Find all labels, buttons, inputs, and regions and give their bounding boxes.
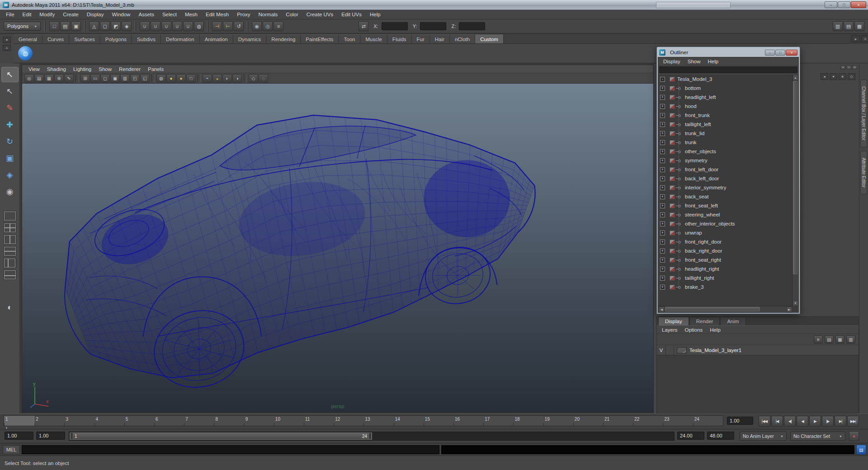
toggle-channel-box-icon[interactable]: ▦ xyxy=(854,21,864,31)
layer-playback-toggle[interactable] xyxy=(666,345,674,355)
shelf-tab-hair[interactable]: Hair xyxy=(430,34,450,43)
expander-icon[interactable]: + xyxy=(660,249,665,254)
range-slider-track[interactable]: 1 24 xyxy=(69,432,675,441)
layer-tab-anim[interactable]: Anim xyxy=(720,317,745,325)
shelf-tab-custom[interactable]: Custom xyxy=(475,34,504,43)
timeline-frame-14[interactable]: 14 xyxy=(394,416,424,426)
two-pane-stacked-layout-icon[interactable] xyxy=(4,246,16,256)
input-connections-icon[interactable]: ⊣ xyxy=(212,21,222,31)
step-back-frame-button[interactable]: |◀ xyxy=(771,416,783,427)
flat-shade-icon[interactable]: ● xyxy=(176,74,186,83)
shelf-tab-ncloth[interactable]: nCloth xyxy=(450,34,475,43)
side-tab-channel-box-layer-editor[interactable]: Channel Box / Layer Editor xyxy=(860,80,867,147)
menu-help[interactable]: Help xyxy=(366,10,385,19)
range-slider-bar[interactable]: 1 24 xyxy=(70,432,372,440)
outliner-vertical-scrollbar[interactable]: ▲ ▼ xyxy=(792,75,798,306)
layer-name[interactable]: Tesla_Model_3_layer1 xyxy=(689,348,741,353)
minimize-button[interactable]: – xyxy=(825,1,837,8)
shelf-menu-icon[interactable]: ≡ xyxy=(3,45,11,51)
menu-assets[interactable]: Assets xyxy=(134,10,158,19)
expander-icon[interactable]: + xyxy=(660,276,665,281)
timeline-frame-15[interactable]: 15 xyxy=(424,416,453,426)
y-coordinate-input[interactable] xyxy=(420,22,446,30)
maximize-button[interactable]: □ xyxy=(838,1,850,8)
isolate-select-icon[interactable]: ◌ xyxy=(259,74,268,83)
menu-create-uvs[interactable]: Create UVs xyxy=(302,10,337,19)
expander-icon[interactable]: + xyxy=(660,149,665,154)
toggle-attribute-editor-icon[interactable]: ▥ xyxy=(833,21,843,31)
timeline-frame-18[interactable]: 18 xyxy=(513,416,543,426)
close-button[interactable]: × xyxy=(786,50,797,56)
panel-menu-view[interactable]: View xyxy=(25,65,43,73)
four-pane-layout-icon[interactable] xyxy=(4,223,16,233)
anim-layer-selector[interactable]: No Anim Layer ▼ xyxy=(740,432,787,441)
custom-shelf-sphere-icon[interactable]: ◍ xyxy=(18,46,33,61)
smooth-shade-icon[interactable]: ● xyxy=(166,74,176,83)
render-current-frame-icon[interactable]: ◉ xyxy=(252,21,262,31)
expander-icon[interactable]: + xyxy=(660,212,665,217)
channel-medium-speed-icon[interactable]: ▾ xyxy=(830,73,837,80)
gate-mask-icon[interactable]: ▣ xyxy=(110,74,120,83)
timeline-frame-6[interactable]: 6 xyxy=(154,416,184,426)
layer-sort-icon[interactable]: ≡ xyxy=(814,335,823,343)
timeline-frame-3[interactable]: 3 xyxy=(64,416,94,426)
shelf-tab-polygons[interactable]: Polygons xyxy=(100,34,132,43)
layer-color-swatch[interactable] xyxy=(677,347,687,353)
shelf-tab-fluids[interactable]: Fluids xyxy=(387,34,412,43)
panel-menu-shading[interactable]: Shading xyxy=(43,65,70,73)
panel-menu-renderer[interactable]: Renderer xyxy=(115,65,144,73)
timeline-frame-13[interactable]: 13 xyxy=(363,416,393,426)
new-scene-icon[interactable]: □ xyxy=(49,21,59,31)
command-line-input[interactable] xyxy=(22,445,439,454)
shelf-tab-general[interactable]: General xyxy=(14,34,42,43)
expander-icon[interactable]: + xyxy=(660,113,665,118)
layer-tab-display[interactable]: Display xyxy=(658,317,689,325)
time-slider[interactable]: 123456789101112131415161718192021222324 xyxy=(4,415,723,426)
timeline-frame-10[interactable]: 10 xyxy=(274,416,304,426)
timeline-frame-17[interactable]: 17 xyxy=(483,416,513,426)
default-material-icon[interactable]: ◓ xyxy=(203,74,212,83)
wireframe-display-icon[interactable]: ◍ xyxy=(156,74,166,83)
go-to-start-button[interactable]: |◀◀ xyxy=(759,416,770,427)
expander-icon[interactable]: + xyxy=(660,140,665,145)
scroll-up-icon[interactable]: ▲ xyxy=(793,75,798,80)
timeline-frame-22[interactable]: 22 xyxy=(633,416,663,426)
safe-title-icon[interactable]: ◱ xyxy=(140,74,150,83)
current-tool-icon[interactable]: ◐ xyxy=(1,300,19,315)
outliner-menu-help[interactable]: Help xyxy=(704,57,722,65)
expander-icon[interactable]: + xyxy=(660,131,665,136)
layer-menu-help[interactable]: Help xyxy=(706,326,724,334)
2d-pan-zoom-icon[interactable]: ⊕ xyxy=(54,74,64,83)
play-backwards-button[interactable]: ◀ xyxy=(797,416,808,427)
grease-pencil-icon[interactable]: ✎ xyxy=(64,74,74,83)
timeline-frame-16[interactable]: 16 xyxy=(453,416,483,426)
menu-window[interactable]: Window xyxy=(108,10,134,19)
persp-graph-layout-icon[interactable] xyxy=(4,270,16,280)
timeline-frame-8[interactable]: 8 xyxy=(214,416,244,426)
panel-menu-panels[interactable]: Panels xyxy=(144,65,167,73)
expander-icon[interactable]: + xyxy=(660,221,665,226)
current-time-field[interactable] xyxy=(727,417,753,425)
playback-end-field[interactable] xyxy=(677,432,704,440)
output-connections-icon[interactable]: ⊢ xyxy=(223,21,233,31)
layer-row[interactable]: V Tesla_Model_3_layer1 xyxy=(657,345,859,355)
timeline-frame-20[interactable]: 20 xyxy=(573,416,603,426)
menu-select[interactable]: Select xyxy=(158,10,181,19)
snap-to-curves-icon[interactable]: ∪ xyxy=(151,21,160,31)
ipr-render-icon[interactable]: ◎ xyxy=(263,21,273,31)
scroll-right-icon[interactable]: ▶ xyxy=(786,306,792,312)
layer-tab-render[interactable]: Render xyxy=(689,317,720,325)
tesla-wireframe-model[interactable] xyxy=(22,84,653,412)
channel-fast-speed-icon[interactable]: ∗ xyxy=(839,73,846,80)
expander-icon[interactable]: + xyxy=(660,258,665,263)
timeline-frame-2[interactable]: 2 xyxy=(34,416,64,426)
menu-normals[interactable]: Normals xyxy=(255,10,282,19)
layer-from-selected-icon[interactable]: ▦ xyxy=(835,335,844,343)
command-language-toggle[interactable]: MEL xyxy=(3,445,20,454)
expander-icon[interactable]: - xyxy=(660,77,665,82)
animation-end-field[interactable] xyxy=(707,432,734,440)
layer-visibility-toggle[interactable]: V xyxy=(657,345,666,355)
expander-icon[interactable]: + xyxy=(660,185,665,190)
window-titlebar[interactable]: M Autodesk Maya 2011 x64: D:\1ST\Tesla_M… xyxy=(0,0,868,10)
shelf-editor-icon[interactable]: ▸ xyxy=(852,36,860,42)
